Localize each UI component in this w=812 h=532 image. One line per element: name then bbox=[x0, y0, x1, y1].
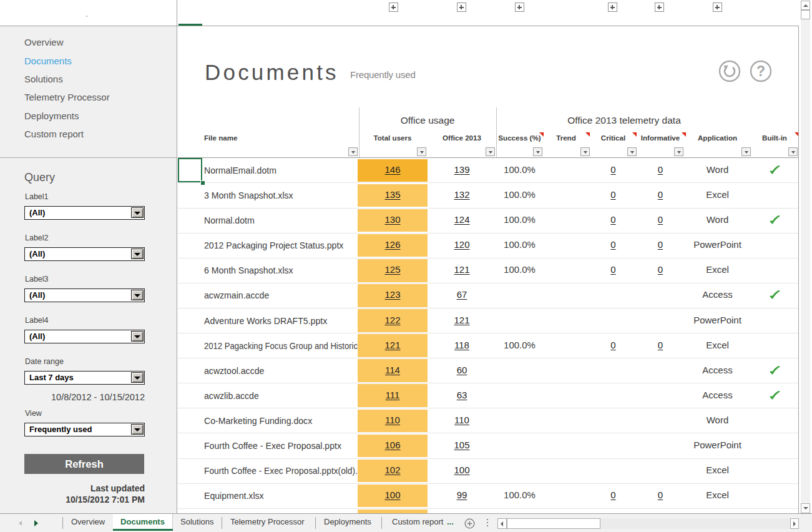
svg-text:?: ? bbox=[756, 63, 765, 79]
